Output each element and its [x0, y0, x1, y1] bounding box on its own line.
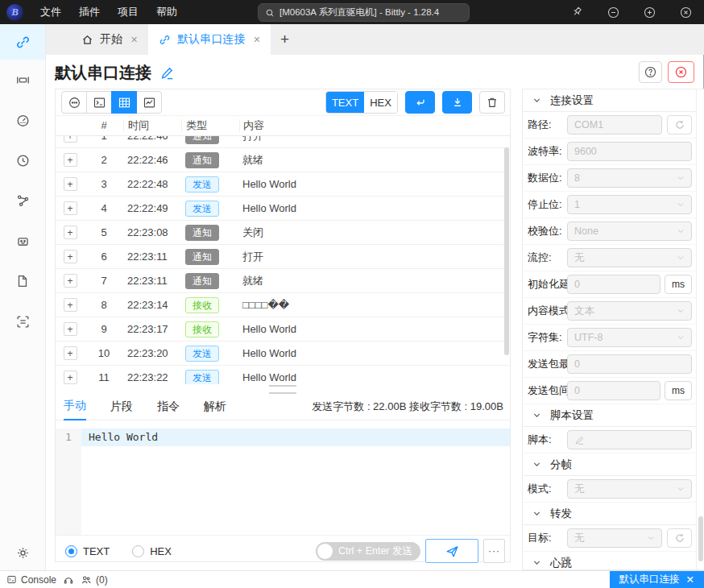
radio-hex-circle[interactable]	[132, 545, 144, 557]
expand-row-button[interactable]: +	[64, 201, 77, 215]
tab-command[interactable]: 指令	[157, 394, 180, 420]
tab-connection[interactable]: 默认串口连接 ✕	[148, 24, 271, 55]
databits-select[interactable]: 8	[567, 168, 692, 188]
page-header: 默认串口连接	[55, 58, 704, 87]
editor-code-area[interactable]: Hello World	[81, 429, 510, 535]
section-framing[interactable]: 分帧	[523, 453, 697, 476]
charset-select[interactable]: UTF-8	[567, 328, 692, 347]
tab-snippet[interactable]: 片段	[110, 394, 133, 420]
sidebar-item-document[interactable]	[0, 261, 45, 301]
sidebar-item-timer[interactable]	[0, 140, 45, 180]
resize-handle[interactable]	[269, 385, 296, 394]
sidebar-item-panel[interactable]	[0, 60, 45, 100]
view-plot-button[interactable]	[136, 91, 162, 114]
send-controls: TEXT HEX Ctrl + Enter 发送 ···	[56, 535, 510, 566]
log-scrollbar[interactable]	[504, 139, 509, 381]
section-forward[interactable]: 转发	[523, 503, 697, 525]
menu-help[interactable]: 帮助	[147, 0, 186, 24]
help-button[interactable]	[639, 61, 662, 83]
baudrate-input[interactable]: 9600	[567, 142, 692, 161]
format-text-button[interactable]: TEXT	[326, 92, 364, 113]
expand-row-button[interactable]: +	[64, 298, 77, 312]
clear-log-button[interactable]	[479, 91, 505, 114]
scroll-to-bottom-button[interactable]	[442, 91, 472, 114]
sidebar-item-capture[interactable]	[0, 301, 45, 342]
console-toggle[interactable]: Console	[6, 574, 56, 586]
sidebar-item-connections[interactable]	[0, 24, 45, 60]
section-script-settings[interactable]: 脚本设置	[523, 404, 697, 427]
view-terminal-button[interactable]	[86, 91, 112, 114]
packet-interval-input[interactable]: 0	[567, 381, 661, 400]
add-tab-button[interactable]: +	[271, 24, 298, 55]
panel-resize-strip	[56, 384, 510, 394]
view-message-button[interactable]	[61, 91, 87, 114]
expand-row-button[interactable]: +	[64, 322, 77, 336]
radio-text-circle[interactable]	[65, 545, 77, 557]
edit-title-button[interactable]	[159, 65, 175, 81]
tab-manual[interactable]: 手动	[64, 393, 86, 420]
close-connection-button[interactable]	[668, 61, 694, 83]
audio-indicator[interactable]	[63, 574, 74, 586]
chevron-down-icon	[677, 174, 685, 182]
content-mode-select[interactable]: 文本	[567, 301, 692, 321]
packet-max-input[interactable]: 0	[567, 354, 692, 374]
expand-row-button[interactable]: +	[64, 346, 77, 360]
forward-target-select[interactable]: 无	[567, 528, 662, 548]
flowcontrol-select[interactable]: 无	[567, 248, 692, 267]
menu-file[interactable]: 文件	[31, 0, 70, 24]
ctrl-enter-send-toggle[interactable]: Ctrl + Enter 发送	[316, 542, 420, 561]
section-heartbeat[interactable]: 心跳	[523, 552, 697, 570]
radio-hex[interactable]: HEX	[132, 545, 172, 557]
expand-row-button[interactable]: +	[64, 153, 77, 167]
tab-parse[interactable]: 解析	[204, 394, 226, 420]
expand-row-button[interactable]: +	[64, 136, 77, 143]
pin-icon[interactable]	[566, 2, 587, 23]
sidebar-item-flow[interactable]	[0, 180, 45, 221]
online-users[interactable]: (0)	[81, 574, 108, 586]
type-badge: 发送	[185, 201, 219, 217]
close-window-icon[interactable]	[675, 2, 696, 23]
stopbits-select[interactable]: 1	[567, 195, 692, 214]
section-connection-settings[interactable]: 连接设置	[523, 89, 697, 112]
expand-row-button[interactable]: +	[64, 274, 77, 288]
view-table-button[interactable]	[111, 91, 137, 114]
format-hex-button[interactable]: HEX	[364, 92, 397, 113]
close-icon[interactable]: ✕	[686, 574, 694, 586]
field-label: 流控:	[528, 251, 567, 265]
newline-button[interactable]	[405, 91, 435, 114]
row-content: 就绪	[239, 153, 510, 168]
active-connection-button[interactable]: 默认串口连接 ✕	[610, 571, 704, 588]
expand-row-button[interactable]: +	[64, 371, 77, 384]
expand-row-button[interactable]: +	[64, 250, 77, 263]
section-title: 转发	[550, 507, 572, 521]
settings-scrollbar[interactable]	[696, 89, 704, 569]
send-button[interactable]	[425, 539, 478, 563]
menu-plugins[interactable]: 插件	[70, 0, 109, 24]
edit-script-button[interactable]	[567, 430, 692, 449]
tab-home[interactable]: 开始 ✕	[71, 24, 148, 55]
path-input[interactable]: COM1	[567, 115, 662, 135]
expand-row-button[interactable]: +	[64, 226, 77, 239]
more-options-button[interactable]: ···	[483, 539, 505, 563]
parity-select[interactable]: None	[567, 222, 692, 241]
minimize-icon[interactable]	[603, 2, 623, 23]
field-label: 字符集:	[528, 330, 567, 345]
refresh-ports-button[interactable]	[667, 115, 692, 135]
sidebar-item-settings[interactable]	[0, 545, 45, 561]
init-delay-input[interactable]: 0	[567, 275, 661, 294]
sidebar-item-dashboard[interactable]	[0, 100, 45, 140]
table-row: + 4 22:22:49 发送 Hello World	[56, 197, 510, 221]
refresh-targets-button[interactable]	[667, 528, 692, 548]
close-tab-icon[interactable]: ✕	[130, 35, 138, 45]
send-content-editor[interactable]: 1 Hello World	[56, 429, 510, 535]
row-time: 22:23:17	[123, 323, 181, 335]
maximize-icon[interactable]	[639, 2, 660, 23]
menu-project[interactable]: 项目	[109, 0, 147, 24]
field-label: 数据位:	[528, 171, 567, 185]
sidebar-item-mock[interactable]	[0, 221, 45, 261]
titlebar-search[interactable]: [M0603A 系列直驱电机] - Bittly - 1.28.4	[258, 3, 470, 22]
frame-mode-select[interactable]: 无	[567, 479, 692, 499]
radio-text[interactable]: TEXT	[65, 545, 110, 557]
expand-row-button[interactable]: +	[64, 177, 77, 191]
close-tab-icon[interactable]: ✕	[253, 35, 260, 45]
